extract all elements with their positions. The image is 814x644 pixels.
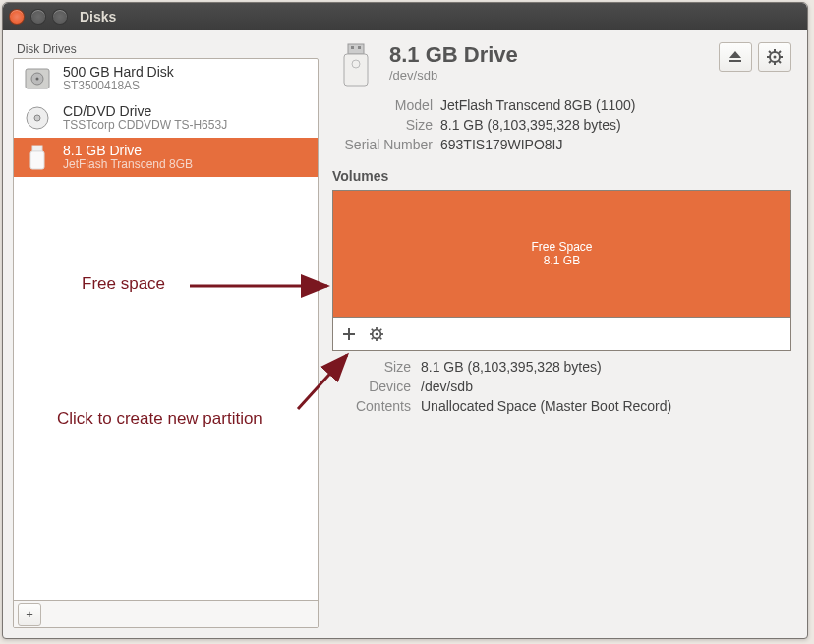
svg-line-21 bbox=[769, 51, 771, 53]
create-partition-button[interactable] bbox=[339, 324, 359, 344]
content-area: Free space Click to create new partition… bbox=[3, 30, 807, 638]
vol-device-label: Device bbox=[332, 379, 421, 394]
add-drive-button[interactable]: + bbox=[18, 603, 41, 626]
window: Disks Free space Click to create new par… bbox=[2, 2, 808, 639]
sidebar: Disk Drives 500 GB Hard Disk ST3500418AS bbox=[13, 40, 319, 628]
svg-rect-8 bbox=[30, 151, 44, 169]
vol-contents-label: Contents bbox=[332, 398, 421, 414]
sidebar-toolbar: + bbox=[14, 600, 318, 627]
drive-item-optical[interactable]: CD/DVD Drive TSSTcorp CDDVDW TS-H653J bbox=[14, 98, 318, 138]
drive-info: Model JetFlash Transcend 8GB (1100) Size… bbox=[332, 97, 791, 152]
minimize-window-button[interactable] bbox=[30, 9, 46, 25]
volume-detail: Size 8.1 GB (8,103,395,328 bytes) Device… bbox=[332, 359, 791, 414]
drive-header: 8.1 GB Drive /dev/sdb bbox=[332, 42, 791, 89]
svg-rect-14 bbox=[729, 60, 741, 62]
hdd-icon bbox=[22, 63, 53, 94]
usb-icon bbox=[22, 142, 53, 173]
optical-icon bbox=[22, 102, 53, 134]
svg-rect-11 bbox=[358, 46, 361, 49]
size-label: Size bbox=[332, 117, 440, 133]
svg-point-6 bbox=[34, 115, 40, 121]
svg-point-28 bbox=[376, 332, 378, 335]
free-space-label: Free Space bbox=[531, 240, 592, 254]
volume-options-button[interactable] bbox=[367, 324, 386, 344]
volume-toolbar bbox=[333, 317, 790, 350]
svg-rect-7 bbox=[32, 146, 42, 151]
volumes-box: Free Space 8.1 GB bbox=[332, 190, 791, 351]
free-space-region[interactable]: Free Space 8.1 GB bbox=[333, 191, 790, 317]
svg-line-33 bbox=[372, 328, 374, 330]
vol-device-value: /dev/sdb bbox=[421, 379, 791, 394]
device-path: /dev/sdb bbox=[389, 68, 709, 83]
svg-point-4 bbox=[36, 78, 39, 81]
maximize-window-button[interactable] bbox=[52, 9, 68, 25]
close-window-button[interactable] bbox=[9, 9, 25, 25]
size-value: 8.1 GB (8,103,395,328 bytes) bbox=[440, 117, 791, 133]
drive-item-title: 8.1 GB Drive bbox=[63, 143, 193, 158]
drive-item-hdd[interactable]: 500 GB Hard Disk ST3500418AS bbox=[14, 59, 318, 98]
drive-item-usb[interactable]: 8.1 GB Drive JetFlash Transcend 8GB bbox=[14, 138, 318, 177]
titlebar: Disks bbox=[3, 3, 807, 30]
svg-rect-12 bbox=[344, 54, 368, 86]
drive-item-title: 500 GB Hard Disk bbox=[63, 64, 174, 80]
svg-rect-10 bbox=[351, 46, 354, 49]
sidebar-label: Disk Drives bbox=[13, 40, 319, 58]
svg-line-34 bbox=[380, 337, 382, 339]
drive-item-sub: ST3500418AS bbox=[63, 80, 174, 93]
svg-line-35 bbox=[372, 337, 374, 339]
usb-drive-icon bbox=[332, 42, 379, 89]
drive-item-sub: TSSTcorp CDDVDW TS-H653J bbox=[63, 119, 227, 133]
window-title: Disks bbox=[80, 9, 116, 25]
model-label: Model bbox=[332, 97, 440, 113]
drive-list: 500 GB Hard Disk ST3500418AS CD/DVD Driv… bbox=[13, 58, 319, 628]
drive-name: 8.1 GB Drive bbox=[389, 42, 709, 68]
drive-options-button[interactable] bbox=[758, 42, 791, 72]
eject-button[interactable] bbox=[719, 42, 752, 72]
vol-size-value: 8.1 GB (8,103,395,328 bytes) bbox=[421, 359, 791, 375]
free-space-size: 8.1 GB bbox=[544, 254, 580, 267]
vol-size-label: Size bbox=[332, 359, 421, 375]
vol-contents-value: Unallocated Space (Master Boot Record) bbox=[421, 398, 791, 414]
model-value: JetFlash Transcend 8GB (1100) bbox=[440, 97, 791, 113]
main-panel: 8.1 GB Drive /dev/sdb Model JetFlash Tra… bbox=[326, 40, 797, 628]
svg-point-16 bbox=[774, 56, 777, 59]
svg-line-22 bbox=[779, 61, 781, 63]
svg-line-24 bbox=[779, 51, 781, 53]
volumes-heading: Volumes bbox=[332, 168, 791, 184]
svg-line-23 bbox=[769, 61, 771, 63]
drive-item-sub: JetFlash Transcend 8GB bbox=[63, 158, 193, 172]
svg-line-36 bbox=[380, 328, 382, 330]
svg-rect-9 bbox=[348, 44, 364, 54]
drive-item-title: CD/DVD Drive bbox=[63, 103, 227, 119]
serial-value: 693TIS179WIPO8IJ bbox=[440, 137, 791, 152]
serial-label: Serial Number bbox=[332, 137, 440, 152]
